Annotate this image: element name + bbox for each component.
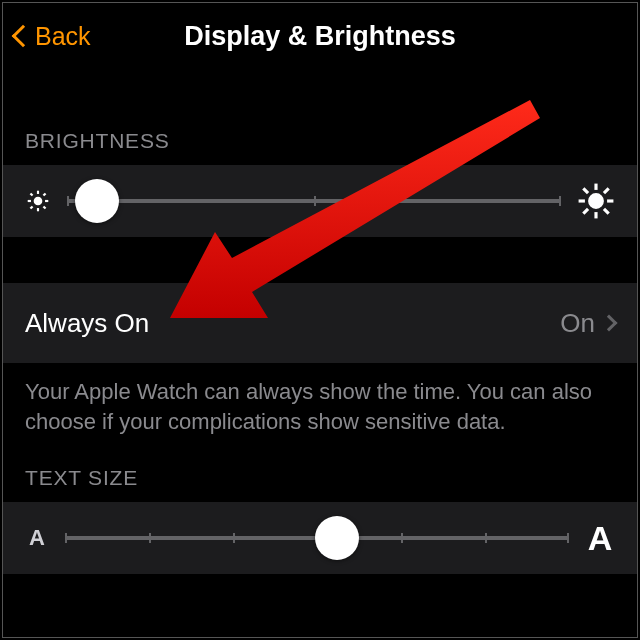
- text-size-small-glyph: A: [25, 525, 49, 551]
- svg-line-8: [43, 193, 45, 195]
- screen-frame: Back Display & Brightness BRIGHTNESS Alw…: [2, 2, 638, 638]
- svg-point-0: [35, 198, 42, 205]
- text-size-header: TEXT SIZE: [3, 436, 637, 502]
- svg-line-15: [604, 209, 609, 214]
- svg-line-7: [30, 206, 32, 208]
- svg-line-16: [583, 209, 588, 214]
- back-label: Back: [35, 22, 91, 51]
- brightness-header: BRIGHTNESS: [3, 69, 637, 165]
- svg-line-6: [43, 206, 45, 208]
- text-size-slider-thumb[interactable]: [315, 516, 359, 560]
- brightness-slider-thumb[interactable]: [75, 179, 119, 223]
- always-on-description: Your Apple Watch can always show the tim…: [3, 363, 637, 436]
- chevron-left-icon: [12, 25, 35, 48]
- svg-point-9: [590, 195, 603, 208]
- back-button[interactable]: Back: [15, 22, 91, 51]
- nav-bar: Back Display & Brightness: [3, 3, 637, 69]
- page-title: Display & Brightness: [3, 21, 637, 52]
- text-size-slider-row: A A: [3, 502, 637, 574]
- svg-line-14: [583, 188, 588, 193]
- sun-large-icon: [577, 182, 615, 220]
- always-on-value: On: [560, 308, 595, 339]
- always-on-row[interactable]: Always On On: [3, 283, 637, 363]
- sun-small-icon: [25, 188, 51, 214]
- always-on-label: Always On: [25, 308, 149, 339]
- text-size-large-glyph: A: [585, 519, 615, 558]
- brightness-slider-row: [3, 165, 637, 237]
- chevron-right-icon: [601, 315, 618, 332]
- svg-line-17: [604, 188, 609, 193]
- text-size-slider[interactable]: [65, 536, 569, 540]
- brightness-slider[interactable]: [67, 199, 561, 203]
- svg-line-5: [30, 193, 32, 195]
